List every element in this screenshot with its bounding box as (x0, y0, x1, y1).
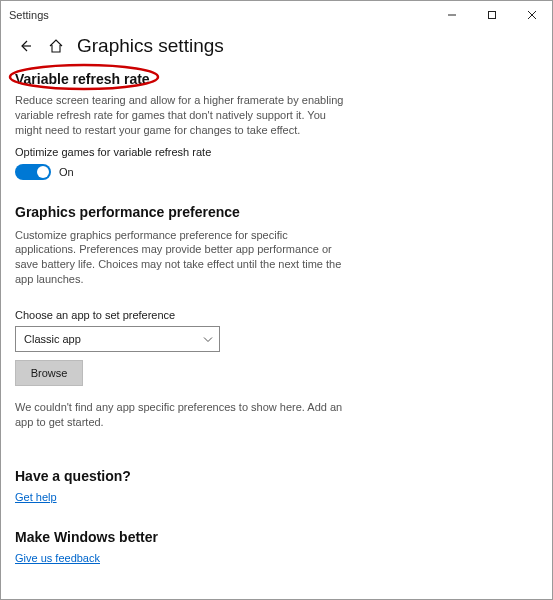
select-value: Classic app (24, 333, 81, 345)
toggle-knob (37, 166, 49, 178)
annotation-circle-icon (5, 62, 163, 92)
app-type-select[interactable]: Classic app (15, 326, 220, 352)
home-icon[interactable] (47, 37, 65, 55)
titlebar: Settings (1, 1, 552, 29)
vrr-toggle[interactable] (15, 164, 51, 180)
vrr-description: Reduce screen tearing and allow for a hi… (15, 93, 345, 138)
get-help-link[interactable]: Get help (15, 491, 57, 503)
vrr-optimize-label: Optimize games for variable refresh rate (15, 146, 361, 158)
minimize-button[interactable] (432, 1, 472, 29)
vrr-toggle-row: On (15, 164, 361, 180)
help-heading: Have a question? (15, 468, 361, 484)
perf-heading: Graphics performance preference (15, 204, 361, 220)
content: Variable refresh rate Reduce screen tear… (1, 67, 361, 590)
chevron-down-icon (203, 333, 213, 344)
svg-rect-1 (489, 12, 496, 19)
browse-button-label: Browse (31, 367, 68, 379)
feedback-heading: Make Windows better (15, 529, 361, 545)
window-controls (432, 1, 552, 29)
browse-button[interactable]: Browse (15, 360, 83, 386)
page-title: Graphics settings (77, 35, 224, 57)
perf-description: Customize graphics performance preferenc… (15, 228, 345, 287)
svg-point-5 (10, 65, 158, 89)
window-title: Settings (9, 9, 49, 21)
maximize-button[interactable] (472, 1, 512, 29)
empty-state-text: We couldn't find any app specific prefer… (15, 400, 345, 430)
give-feedback-link[interactable]: Give us feedback (15, 552, 100, 564)
choose-app-label: Choose an app to set preference (15, 309, 361, 321)
vrr-heading-container: Variable refresh rate (15, 71, 150, 87)
vrr-toggle-state: On (59, 166, 74, 178)
back-button[interactable] (15, 36, 35, 56)
close-button[interactable] (512, 1, 552, 29)
